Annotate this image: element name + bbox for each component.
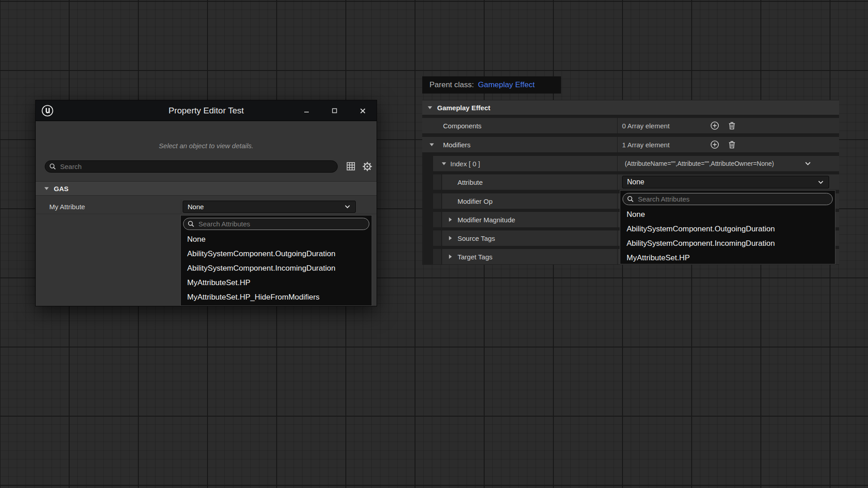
category-header-gameplay-effect[interactable]: Gameplay Effect	[422, 100, 839, 115]
add-element-button[interactable]	[710, 121, 719, 130]
attribute-combo[interactable]: None	[622, 176, 829, 188]
trash-icon	[727, 121, 736, 130]
row-label: Attribute	[458, 178, 483, 186]
row-name-cell: Components	[422, 118, 617, 133]
row-label: Index [ 0 ]	[450, 160, 480, 168]
expander-down-icon[interactable]	[429, 142, 434, 147]
category-label: Gameplay Effect	[437, 104, 491, 112]
dropdown-item[interactable]: AbilitySystemComponent.IncomingDuration	[181, 261, 372, 276]
indent	[422, 174, 433, 190]
attribute-search-input[interactable]	[198, 218, 369, 230]
dropdown-item[interactable]: MyAttributeSet.HP	[620, 251, 835, 264]
indent	[422, 230, 433, 246]
view-options-button[interactable]	[346, 161, 357, 172]
dropdown-item[interactable]: MyAttributeSet.HP_HideFromModifiers	[181, 290, 372, 305]
row-label: Target Tags	[458, 253, 492, 261]
maximize-icon	[331, 107, 338, 114]
parent-class-bar: Parent class: Gameplay Effect	[422, 76, 561, 94]
search-input[interactable]	[60, 161, 337, 172]
expander-down-icon	[44, 186, 49, 191]
row-name-cell: Modifier Magnitude	[422, 212, 617, 227]
chevron-down-icon	[344, 203, 351, 210]
row-name-cell: Modifiers	[422, 137, 617, 152]
chevron-down-icon	[804, 160, 811, 167]
array-count: 1 Array element	[622, 141, 670, 149]
property-value-cell: None	[181, 200, 377, 214]
attribute-picker-dropdown: None AbilitySystemComponent.OutgoingDura…	[620, 190, 835, 264]
row-value-cell: 0 Array element	[617, 118, 839, 133]
add-element-button[interactable]	[710, 140, 719, 149]
parent-class-label: Parent class:	[429, 80, 474, 89]
empty-selection-hint: Select an object to view details.	[36, 142, 377, 150]
screen: Property Editor Test Select an object to…	[0, 0, 868, 488]
dropdown-search-box[interactable]	[623, 193, 833, 205]
dropdown-search-box[interactable]	[183, 218, 369, 230]
row-index-0: Index [ 0 ] (AttributeName="",Attribute=…	[422, 156, 839, 171]
search-icon	[627, 195, 634, 203]
close-button[interactable]	[349, 100, 377, 121]
gear-icon	[362, 161, 373, 172]
minimize-icon	[303, 107, 310, 114]
expander-down-icon[interactable]	[441, 161, 447, 166]
indent-guide	[433, 212, 442, 227]
chevron-down-icon	[817, 179, 824, 186]
row-label: Modifier Magnitude	[458, 216, 515, 224]
row-label: Modifier Op	[458, 197, 493, 205]
window-controls	[292, 100, 377, 121]
clear-array-button[interactable]	[727, 140, 736, 149]
dropdown-item[interactable]: AbilitySystemComponent.OutgoingDuration	[181, 247, 372, 261]
row-label: Components	[443, 122, 481, 130]
maximize-button[interactable]	[321, 100, 349, 121]
combo-value: None	[188, 203, 204, 211]
row-name-cell: Modifier Op	[422, 193, 617, 209]
property-row-my-attribute: My Attribute None	[36, 200, 377, 214]
clear-array-button[interactable]	[727, 121, 736, 130]
window-titlebar[interactable]: Property Editor Test	[36, 100, 377, 121]
expander-down-icon	[427, 105, 433, 110]
row-label: Modifiers	[443, 141, 471, 149]
row-name-cell: Source Tags	[422, 230, 617, 246]
dropdown-list: None AbilitySystemComponent.OutgoingDura…	[620, 207, 835, 264]
struct-preview: (AttributeName="",Attribute="",Attribute…	[625, 160, 774, 167]
indent	[422, 212, 433, 227]
property-editor-window: Property Editor Test Select an object to…	[35, 100, 377, 306]
row-value-cell: 1 Array element	[617, 137, 839, 152]
view-options-grid-icon	[346, 161, 356, 171]
combo-value: None	[627, 178, 644, 186]
row-attribute: Attribute None	[422, 174, 839, 190]
dropdown-item[interactable]: AbilitySystemComponent.IncomingDuration	[620, 236, 835, 251]
settings-button[interactable]	[362, 161, 373, 172]
expander-right-icon[interactable]	[448, 217, 453, 222]
attribute-picker-dropdown: None AbilitySystemComponent.OutgoingDura…	[180, 215, 372, 306]
index-0-struct-combo[interactable]: (AttributeName="",Attribute="",Attribute…	[617, 156, 839, 171]
attribute-search-input[interactable]	[638, 193, 832, 205]
row-name-cell: Index [ 0 ]	[422, 156, 617, 171]
dropdown-item[interactable]: None	[620, 207, 835, 222]
property-label: My Attribute	[49, 203, 85, 211]
row-value-cell: None	[617, 174, 839, 190]
add-circle-icon	[710, 121, 719, 130]
category-header-gas[interactable]: GAS	[36, 181, 377, 196]
minimize-button[interactable]	[292, 100, 321, 121]
indent-guide	[433, 249, 442, 264]
dropdown-item[interactable]: None	[181, 232, 372, 247]
add-circle-icon	[710, 140, 719, 149]
details-search-box[interactable]	[45, 160, 338, 173]
dropdown-item[interactable]: MyAttributeSet.HP	[181, 276, 372, 290]
row-modifiers: Modifiers 1 Array element	[422, 137, 839, 152]
expander-right-icon[interactable]	[448, 235, 453, 241]
dropdown-list: None AbilitySystemComponent.OutgoingDura…	[181, 232, 372, 305]
category-label: GAS	[54, 185, 69, 192]
close-icon	[359, 107, 367, 115]
dropdown-item[interactable]: AbilitySystemComponent.OutgoingDuration	[620, 222, 835, 236]
parent-class-link[interactable]: Gameplay Effect	[478, 80, 534, 89]
indent	[422, 193, 433, 209]
indent	[422, 249, 433, 264]
array-count: 0 Array element	[622, 122, 670, 130]
row-components: Components 0 Array element	[422, 118, 839, 133]
row-name-cell: Target Tags	[422, 249, 617, 264]
my-attribute-combo[interactable]: None	[183, 201, 356, 213]
property-name-cell: My Attribute	[36, 200, 181, 214]
expander-right-icon[interactable]	[448, 254, 453, 259]
indent	[422, 156, 433, 171]
